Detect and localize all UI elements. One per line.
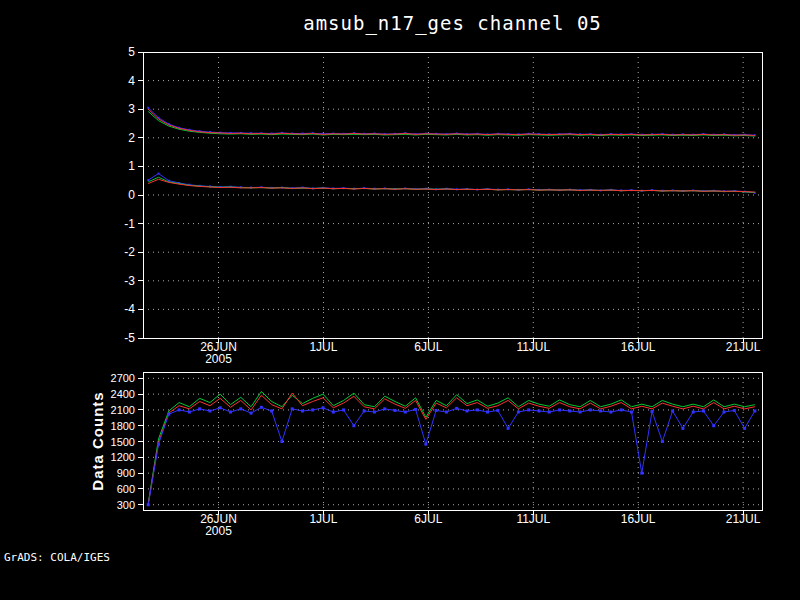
y-tick-label: 2700 [111, 372, 135, 384]
y-tick-label: 300 [117, 499, 135, 511]
y-tick-label: 900 [117, 467, 135, 479]
x-tick-label: 16JUL [621, 512, 656, 526]
axes-frame [138, 372, 762, 515]
series-blue-upper [147, 107, 756, 136]
series-blue-counts [147, 406, 757, 506]
y-tick-label: 5 [128, 45, 135, 59]
x-tick-sublabel: 2005 [205, 524, 232, 538]
series-red-upper [148, 109, 755, 135]
series-green-upper [148, 111, 755, 136]
axis-labels: 26JUN20051JUL6JUL11JUL16JUL21JUL543210-1… [124, 45, 760, 366]
x-tick-label: 16JUL [621, 340, 656, 354]
y-tick-label: 4 [128, 74, 135, 88]
gridlines [143, 52, 762, 338]
y-tick-label: -1 [124, 217, 135, 231]
bottom-chart: 26JUN20051JUL6JUL11JUL16JUL21JUL27002400… [111, 372, 762, 538]
gridlines [143, 372, 762, 510]
x-tick-label: 1JUL [309, 340, 337, 354]
y-tick-label: -2 [124, 245, 135, 259]
y-tick-label: 2100 [111, 404, 135, 416]
charts-canvas: 26JUN20051JUL6JUL11JUL16JUL21JUL543210-1… [0, 0, 800, 600]
y-tick-label: 1500 [111, 436, 135, 448]
axes-frame [138, 52, 762, 343]
series-green-lower [148, 177, 755, 192]
x-tick-label: 6JUL [414, 340, 442, 354]
x-tick-label: 21JUL [726, 512, 761, 526]
x-tick-label: 21JUL [726, 340, 761, 354]
axis-labels: 26JUN20051JUL6JUL11JUL16JUL21JUL27002400… [111, 372, 761, 538]
y-axis-title: Data Counts [89, 391, 106, 490]
y-tick-label: -3 [124, 274, 135, 288]
x-tick-label: 6JUL [414, 512, 442, 526]
y-tick-label: 3 [128, 102, 135, 116]
x-tick-label: 1JUL [309, 512, 337, 526]
grads-credit: GrADS: COLA/IGES [4, 551, 110, 564]
y-tick-label: 2400 [111, 388, 135, 400]
series-green-counts [148, 391, 755, 503]
y-tick-label: 1200 [111, 451, 135, 463]
y-tick-label: 0 [128, 188, 135, 202]
y-tick-label: -4 [124, 302, 135, 316]
y-tick-label: 1 [128, 159, 135, 173]
y-tick-label: 2 [128, 131, 135, 145]
top-chart: 26JUN20051JUL6JUL11JUL16JUL21JUL543210-1… [124, 45, 762, 366]
x-tick-label: 11JUL [516, 340, 550, 354]
x-tick-label: 11JUL [516, 512, 550, 526]
y-tick-label: 1800 [111, 420, 135, 432]
x-tick-sublabel: 2005 [205, 352, 232, 366]
y-tick-label: 600 [117, 483, 135, 495]
y-tick-label: -5 [124, 331, 135, 345]
